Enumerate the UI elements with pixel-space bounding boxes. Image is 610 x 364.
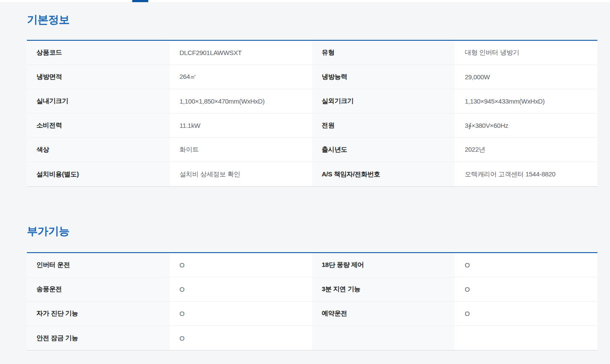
spec-label-cell: A/S 책임자/전화번호: [312, 162, 455, 186]
spec-value-cell: 오텍캐리어 고객센터 1544-8820: [455, 162, 597, 186]
spec-label-cell: 유형: [312, 41, 455, 65]
spec-label-cell: 색상: [27, 138, 170, 162]
spec-value-cell: 1,100×1,850×470mm(WxHxD): [170, 89, 312, 114]
top-tab-bar-edge: [0, 0, 610, 2]
basic-info-table: 상품코드 DLCF2901LAWWSXT 유형 대형 인버터 냉방기 냉방면적 …: [27, 40, 597, 187]
active-tab-indicator: [132, 0, 148, 2]
product-spec-page: 기본정보 상품코드 DLCF2901LAWWSXT 유형 대형 인버터 냉방기 …: [27, 13, 597, 351]
feature-value-cell: O: [455, 302, 597, 326]
features-title: 부가기능: [27, 224, 597, 237]
spec-label-cell: 소비전력: [27, 114, 170, 138]
spec-label-cell: 냉방능력: [312, 65, 455, 89]
spec-value-cell: DLCF2901LAWWSXT: [170, 41, 312, 65]
spec-value-cell: 29,000W: [455, 65, 597, 89]
spec-label-cell: 전원: [312, 114, 455, 138]
feature-value-cell: O: [170, 302, 312, 326]
feature-value-cell: O: [170, 277, 312, 302]
spec-value-cell: 11.1kW: [170, 114, 312, 138]
feature-value-cell: O: [455, 277, 597, 302]
spec-label-cell: 상품코드: [27, 41, 170, 65]
feature-label-cell: 자가 진단 기능: [27, 302, 170, 326]
feature-label-cell: 3분 지연 기능: [312, 277, 455, 302]
feature-label-cell: 인버터 운전: [27, 253, 170, 277]
spec-label-cell: 설치비용(별도): [27, 162, 170, 186]
feature-label-cell: 18단 풍량 제어: [312, 253, 455, 277]
spec-value-cell: 264㎡: [170, 65, 312, 89]
spec-label-cell: 냉방면적: [27, 65, 170, 89]
install-cost-detail-value: 설치비 상세정보 확인: [170, 162, 312, 186]
feature-label-cell-empty: [312, 326, 455, 350]
feature-value-cell-empty: [455, 326, 597, 350]
spec-value-cell: 화이트: [170, 138, 312, 162]
features-table: 인버터 운전 O 18단 풍량 제어 O 송풍운전 O 3분 지연 기능 O 자…: [27, 252, 597, 351]
basic-info-title: 기본정보: [27, 13, 597, 26]
spec-value-cell: 대형 인버터 냉방기: [455, 41, 597, 65]
spec-label-cell: 출시년도: [312, 138, 455, 162]
spec-label-cell: 실내기크기: [27, 89, 170, 114]
feature-value-cell: O: [455, 253, 597, 277]
feature-label-cell: 예약운전: [312, 302, 455, 326]
feature-value-cell: O: [170, 326, 312, 350]
feature-label-cell: 안전 잠금 기능: [27, 326, 170, 350]
spec-value-cell: 1,130×945×433mm(WxHxD): [455, 89, 597, 114]
spec-value-cell: 2022년: [455, 138, 597, 162]
spec-label-cell: 실외기크기: [312, 89, 455, 114]
spec-value-cell: 3∮×380V×60Hz: [455, 114, 597, 138]
feature-value-cell: O: [170, 253, 312, 277]
feature-label-cell: 송풍운전: [27, 277, 170, 302]
